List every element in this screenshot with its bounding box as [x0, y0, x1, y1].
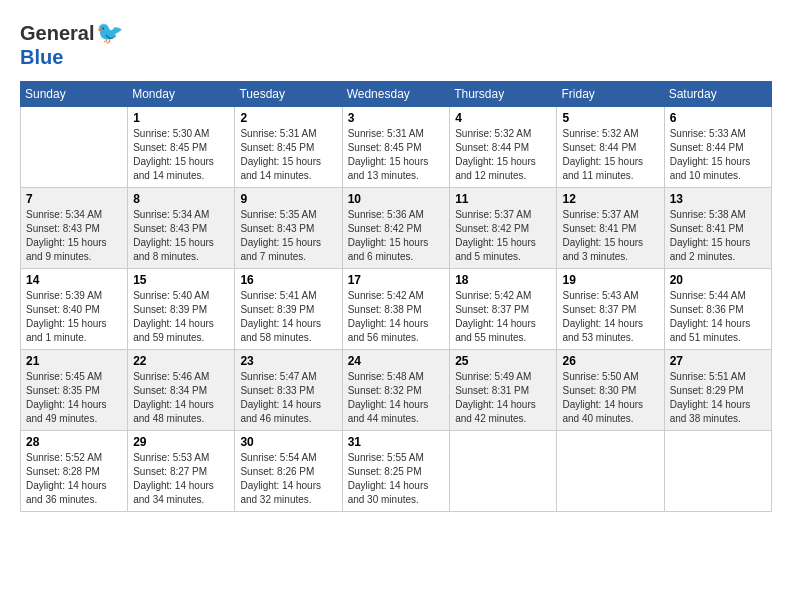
calendar: SundayMondayTuesdayWednesdayThursdayFrid…	[20, 81, 772, 512]
logo: General 🐦 Blue	[20, 20, 123, 69]
header: General 🐦 Blue	[20, 20, 772, 69]
day-number: 5	[562, 111, 658, 125]
page: General 🐦 Blue SundayMondayTuesdayWednes…	[0, 0, 792, 612]
day-info: Sunrise: 5:47 AMSunset: 8:33 PMDaylight:…	[240, 370, 336, 426]
day-info: Sunrise: 5:32 AMSunset: 8:44 PMDaylight:…	[455, 127, 551, 183]
calendar-cell: 4Sunrise: 5:32 AMSunset: 8:44 PMDaylight…	[450, 107, 557, 188]
day-number: 6	[670, 111, 766, 125]
calendar-cell: 22Sunrise: 5:46 AMSunset: 8:34 PMDayligh…	[128, 350, 235, 431]
day-info: Sunrise: 5:50 AMSunset: 8:30 PMDaylight:…	[562, 370, 658, 426]
weekday-saturday: Saturday	[664, 82, 771, 107]
day-number: 15	[133, 273, 229, 287]
day-number: 8	[133, 192, 229, 206]
weekday-friday: Friday	[557, 82, 664, 107]
calendar-cell: 18Sunrise: 5:42 AMSunset: 8:37 PMDayligh…	[450, 269, 557, 350]
weekday-thursday: Thursday	[450, 82, 557, 107]
logo-bird-icon: 🐦	[96, 20, 123, 46]
calendar-cell: 24Sunrise: 5:48 AMSunset: 8:32 PMDayligh…	[342, 350, 450, 431]
day-number: 22	[133, 354, 229, 368]
calendar-cell: 21Sunrise: 5:45 AMSunset: 8:35 PMDayligh…	[21, 350, 128, 431]
logo-blue-text: Blue	[20, 46, 63, 69]
day-number: 27	[670, 354, 766, 368]
calendar-cell: 17Sunrise: 5:42 AMSunset: 8:38 PMDayligh…	[342, 269, 450, 350]
week-row-3: 14Sunrise: 5:39 AMSunset: 8:40 PMDayligh…	[21, 269, 772, 350]
day-info: Sunrise: 5:30 AMSunset: 8:45 PMDaylight:…	[133, 127, 229, 183]
day-number: 23	[240, 354, 336, 368]
day-number: 11	[455, 192, 551, 206]
day-info: Sunrise: 5:45 AMSunset: 8:35 PMDaylight:…	[26, 370, 122, 426]
day-info: Sunrise: 5:41 AMSunset: 8:39 PMDaylight:…	[240, 289, 336, 345]
calendar-cell	[450, 431, 557, 512]
day-info: Sunrise: 5:34 AMSunset: 8:43 PMDaylight:…	[133, 208, 229, 264]
calendar-cell: 30Sunrise: 5:54 AMSunset: 8:26 PMDayligh…	[235, 431, 342, 512]
day-info: Sunrise: 5:35 AMSunset: 8:43 PMDaylight:…	[240, 208, 336, 264]
calendar-cell: 1Sunrise: 5:30 AMSunset: 8:45 PMDaylight…	[128, 107, 235, 188]
weekday-tuesday: Tuesday	[235, 82, 342, 107]
day-info: Sunrise: 5:36 AMSunset: 8:42 PMDaylight:…	[348, 208, 445, 264]
calendar-cell: 14Sunrise: 5:39 AMSunset: 8:40 PMDayligh…	[21, 269, 128, 350]
day-number: 14	[26, 273, 122, 287]
day-info: Sunrise: 5:51 AMSunset: 8:29 PMDaylight:…	[670, 370, 766, 426]
day-info: Sunrise: 5:54 AMSunset: 8:26 PMDaylight:…	[240, 451, 336, 507]
day-number: 13	[670, 192, 766, 206]
weekday-header-row: SundayMondayTuesdayWednesdayThursdayFrid…	[21, 82, 772, 107]
day-info: Sunrise: 5:39 AMSunset: 8:40 PMDaylight:…	[26, 289, 122, 345]
day-info: Sunrise: 5:55 AMSunset: 8:25 PMDaylight:…	[348, 451, 445, 507]
day-number: 3	[348, 111, 445, 125]
day-number: 1	[133, 111, 229, 125]
day-number: 12	[562, 192, 658, 206]
calendar-cell: 3Sunrise: 5:31 AMSunset: 8:45 PMDaylight…	[342, 107, 450, 188]
day-info: Sunrise: 5:42 AMSunset: 8:38 PMDaylight:…	[348, 289, 445, 345]
calendar-cell	[664, 431, 771, 512]
day-number: 17	[348, 273, 445, 287]
calendar-cell: 12Sunrise: 5:37 AMSunset: 8:41 PMDayligh…	[557, 188, 664, 269]
weekday-monday: Monday	[128, 82, 235, 107]
day-number: 31	[348, 435, 445, 449]
calendar-cell: 31Sunrise: 5:55 AMSunset: 8:25 PMDayligh…	[342, 431, 450, 512]
day-info: Sunrise: 5:43 AMSunset: 8:37 PMDaylight:…	[562, 289, 658, 345]
calendar-cell: 10Sunrise: 5:36 AMSunset: 8:42 PMDayligh…	[342, 188, 450, 269]
day-info: Sunrise: 5:31 AMSunset: 8:45 PMDaylight:…	[348, 127, 445, 183]
day-number: 7	[26, 192, 122, 206]
day-number: 30	[240, 435, 336, 449]
calendar-cell	[557, 431, 664, 512]
calendar-cell: 13Sunrise: 5:38 AMSunset: 8:41 PMDayligh…	[664, 188, 771, 269]
calendar-cell: 6Sunrise: 5:33 AMSunset: 8:44 PMDaylight…	[664, 107, 771, 188]
logo-general-text: General	[20, 22, 94, 45]
day-info: Sunrise: 5:49 AMSunset: 8:31 PMDaylight:…	[455, 370, 551, 426]
calendar-cell: 27Sunrise: 5:51 AMSunset: 8:29 PMDayligh…	[664, 350, 771, 431]
calendar-cell: 29Sunrise: 5:53 AMSunset: 8:27 PMDayligh…	[128, 431, 235, 512]
day-info: Sunrise: 5:31 AMSunset: 8:45 PMDaylight:…	[240, 127, 336, 183]
calendar-cell: 5Sunrise: 5:32 AMSunset: 8:44 PMDaylight…	[557, 107, 664, 188]
day-number: 28	[26, 435, 122, 449]
day-number: 19	[562, 273, 658, 287]
weekday-wednesday: Wednesday	[342, 82, 450, 107]
calendar-cell: 16Sunrise: 5:41 AMSunset: 8:39 PMDayligh…	[235, 269, 342, 350]
calendar-cell: 20Sunrise: 5:44 AMSunset: 8:36 PMDayligh…	[664, 269, 771, 350]
day-info: Sunrise: 5:33 AMSunset: 8:44 PMDaylight:…	[670, 127, 766, 183]
day-number: 16	[240, 273, 336, 287]
weekday-sunday: Sunday	[21, 82, 128, 107]
calendar-cell: 7Sunrise: 5:34 AMSunset: 8:43 PMDaylight…	[21, 188, 128, 269]
calendar-cell: 9Sunrise: 5:35 AMSunset: 8:43 PMDaylight…	[235, 188, 342, 269]
day-info: Sunrise: 5:53 AMSunset: 8:27 PMDaylight:…	[133, 451, 229, 507]
day-number: 2	[240, 111, 336, 125]
day-info: Sunrise: 5:34 AMSunset: 8:43 PMDaylight:…	[26, 208, 122, 264]
day-info: Sunrise: 5:38 AMSunset: 8:41 PMDaylight:…	[670, 208, 766, 264]
day-info: Sunrise: 5:42 AMSunset: 8:37 PMDaylight:…	[455, 289, 551, 345]
calendar-cell: 8Sunrise: 5:34 AMSunset: 8:43 PMDaylight…	[128, 188, 235, 269]
day-info: Sunrise: 5:46 AMSunset: 8:34 PMDaylight:…	[133, 370, 229, 426]
calendar-cell	[21, 107, 128, 188]
day-number: 25	[455, 354, 551, 368]
day-info: Sunrise: 5:32 AMSunset: 8:44 PMDaylight:…	[562, 127, 658, 183]
week-row-4: 21Sunrise: 5:45 AMSunset: 8:35 PMDayligh…	[21, 350, 772, 431]
day-info: Sunrise: 5:52 AMSunset: 8:28 PMDaylight:…	[26, 451, 122, 507]
day-number: 9	[240, 192, 336, 206]
calendar-cell: 23Sunrise: 5:47 AMSunset: 8:33 PMDayligh…	[235, 350, 342, 431]
day-info: Sunrise: 5:44 AMSunset: 8:36 PMDaylight:…	[670, 289, 766, 345]
day-number: 29	[133, 435, 229, 449]
day-number: 24	[348, 354, 445, 368]
day-number: 26	[562, 354, 658, 368]
day-info: Sunrise: 5:40 AMSunset: 8:39 PMDaylight:…	[133, 289, 229, 345]
day-number: 4	[455, 111, 551, 125]
